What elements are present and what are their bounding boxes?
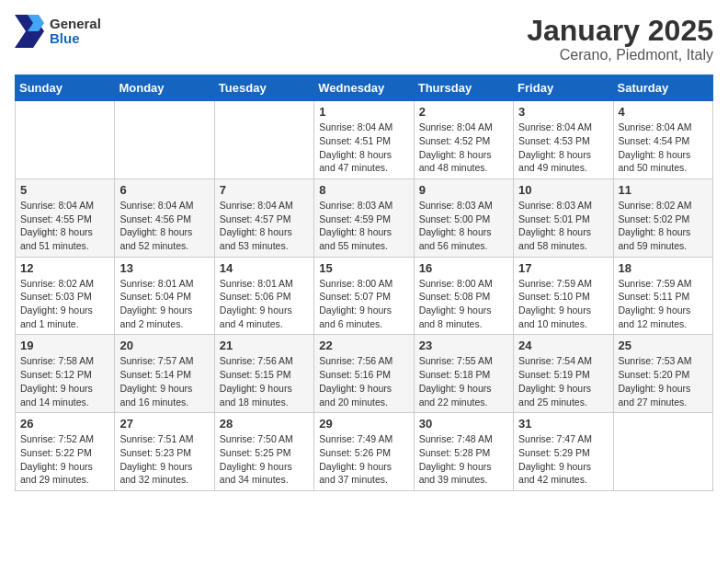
day-content: Sunrise: 7:57 AM Sunset: 5:14 PM Dayligh…	[119, 354, 209, 408]
day-content: Sunrise: 7:55 AM Sunset: 5:18 PM Dayligh…	[419, 354, 508, 408]
day-content: Sunrise: 7:52 AM Sunset: 5:22 PM Dayligh…	[20, 432, 109, 487]
calendar-cell: 15Sunrise: 8:00 AM Sunset: 5:07 PM Dayli…	[314, 257, 414, 335]
weekday-header-wednesday: Wednesday	[314, 75, 414, 101]
calendar-cell	[613, 413, 712, 491]
calendar-cell: 13Sunrise: 8:01 AM Sunset: 5:04 PM Dayli…	[115, 257, 214, 335]
logo-text: General Blue	[50, 17, 101, 47]
day-number: 16	[419, 261, 508, 275]
day-number: 12	[20, 261, 109, 275]
calendar-subtitle: Cerano, Piedmont, Italy	[527, 47, 713, 63]
calendar-cell: 4Sunrise: 8:04 AM Sunset: 4:54 PM Daylig…	[613, 101, 712, 179]
day-content: Sunrise: 8:04 AM Sunset: 4:52 PM Dayligh…	[419, 121, 508, 175]
day-content: Sunrise: 8:00 AM Sunset: 5:07 PM Dayligh…	[319, 277, 408, 331]
day-number: 25	[619, 339, 708, 352]
calendar-cell: 12Sunrise: 8:02 AM Sunset: 5:03 PM Dayli…	[16, 257, 115, 335]
calendar-cell: 1Sunrise: 8:04 AM Sunset: 4:51 PM Daylig…	[314, 101, 414, 179]
day-content: Sunrise: 8:03 AM Sunset: 4:59 PM Dayligh…	[319, 199, 408, 253]
day-number: 20	[119, 339, 209, 352]
calendar-cell	[16, 101, 115, 179]
calendar-cell: 29Sunrise: 7:49 AM Sunset: 5:26 PM Dayli…	[314, 413, 414, 491]
day-number: 8	[319, 183, 408, 197]
title-block: January 2025 Cerano, Piedmont, Italy	[527, 15, 713, 63]
day-number: 31	[518, 417, 608, 431]
calendar-cell: 20Sunrise: 7:57 AM Sunset: 5:14 PM Dayli…	[115, 335, 214, 413]
day-content: Sunrise: 7:53 AM Sunset: 5:20 PM Dayligh…	[619, 354, 708, 408]
day-content: Sunrise: 7:59 AM Sunset: 5:10 PM Dayligh…	[518, 277, 608, 331]
day-number: 19	[20, 339, 109, 352]
calendar-cell: 28Sunrise: 7:50 AM Sunset: 5:25 PM Dayli…	[214, 413, 313, 491]
calendar-cell: 17Sunrise: 7:59 AM Sunset: 5:10 PM Dayli…	[514, 257, 613, 335]
weekday-header-thursday: Thursday	[414, 75, 513, 101]
calendar-cell: 21Sunrise: 7:56 AM Sunset: 5:15 PM Dayli…	[214, 335, 313, 413]
calendar-cell: 14Sunrise: 8:01 AM Sunset: 5:06 PM Dayli…	[214, 257, 313, 335]
day-number: 26	[20, 417, 109, 431]
logo-icon	[15, 15, 44, 48]
day-content: Sunrise: 7:59 AM Sunset: 5:11 PM Dayligh…	[619, 277, 708, 331]
day-content: Sunrise: 7:47 AM Sunset: 5:29 PM Dayligh…	[518, 432, 608, 487]
day-content: Sunrise: 8:01 AM Sunset: 5:04 PM Dayligh…	[119, 277, 209, 331]
calendar-cell: 3Sunrise: 8:04 AM Sunset: 4:53 PM Daylig…	[514, 101, 613, 179]
calendar-cell: 2Sunrise: 8:04 AM Sunset: 4:52 PM Daylig…	[414, 101, 513, 179]
calendar-cell: 6Sunrise: 8:04 AM Sunset: 4:56 PM Daylig…	[115, 178, 214, 257]
day-number: 28	[220, 417, 309, 431]
day-content: Sunrise: 8:04 AM Sunset: 4:54 PM Dayligh…	[619, 121, 708, 175]
calendar-cell: 16Sunrise: 8:00 AM Sunset: 5:08 PM Dayli…	[414, 257, 513, 335]
calendar-cell: 24Sunrise: 7:54 AM Sunset: 5:19 PM Dayli…	[514, 335, 613, 413]
calendar-cell: 23Sunrise: 7:55 AM Sunset: 5:18 PM Dayli…	[414, 335, 513, 413]
calendar-week-row: 5Sunrise: 8:04 AM Sunset: 4:55 PM Daylig…	[16, 178, 713, 257]
day-number: 5	[20, 183, 109, 197]
calendar-header-row: SundayMondayTuesdayWednesdayThursdayFrid…	[16, 75, 713, 101]
calendar-cell: 19Sunrise: 7:58 AM Sunset: 5:12 PM Dayli…	[16, 335, 115, 413]
day-number: 9	[419, 183, 508, 197]
day-content: Sunrise: 8:04 AM Sunset: 4:53 PM Dayligh…	[518, 121, 608, 175]
day-content: Sunrise: 8:04 AM Sunset: 4:57 PM Dayligh…	[220, 199, 309, 253]
day-number: 4	[619, 105, 708, 119]
day-number: 15	[319, 261, 408, 275]
day-content: Sunrise: 7:51 AM Sunset: 5:23 PM Dayligh…	[119, 432, 209, 487]
day-content: Sunrise: 7:56 AM Sunset: 5:16 PM Dayligh…	[319, 354, 408, 408]
calendar-cell: 9Sunrise: 8:03 AM Sunset: 5:00 PM Daylig…	[414, 178, 513, 257]
day-content: Sunrise: 8:02 AM Sunset: 5:02 PM Dayligh…	[619, 199, 708, 253]
calendar-title: January 2025	[527, 15, 713, 47]
day-content: Sunrise: 8:00 AM Sunset: 5:08 PM Dayligh…	[419, 277, 508, 331]
logo-blue: Blue	[50, 31, 101, 47]
calendar-cell	[214, 101, 313, 179]
day-number: 17	[518, 261, 608, 275]
calendar-cell: 11Sunrise: 8:02 AM Sunset: 5:02 PM Dayli…	[613, 178, 712, 257]
day-number: 18	[619, 261, 708, 275]
day-number: 21	[220, 339, 309, 352]
calendar-cell: 7Sunrise: 8:04 AM Sunset: 4:57 PM Daylig…	[214, 178, 313, 257]
day-number: 27	[119, 417, 209, 431]
calendar-cell	[115, 101, 214, 179]
day-content: Sunrise: 8:03 AM Sunset: 5:01 PM Dayligh…	[518, 199, 608, 253]
weekday-header-tuesday: Tuesday	[214, 75, 313, 101]
calendar-table: SundayMondayTuesdayWednesdayThursdayFrid…	[15, 75, 713, 491]
day-number: 13	[119, 261, 209, 275]
day-content: Sunrise: 8:04 AM Sunset: 4:56 PM Dayligh…	[119, 199, 209, 253]
day-number: 3	[518, 105, 608, 119]
day-content: Sunrise: 7:56 AM Sunset: 5:15 PM Dayligh…	[220, 354, 309, 408]
calendar-cell: 8Sunrise: 8:03 AM Sunset: 4:59 PM Daylig…	[314, 178, 414, 257]
calendar-cell: 27Sunrise: 7:51 AM Sunset: 5:23 PM Dayli…	[115, 413, 214, 491]
day-content: Sunrise: 7:58 AM Sunset: 5:12 PM Dayligh…	[20, 354, 109, 408]
day-number: 2	[419, 105, 508, 119]
weekday-header-friday: Friday	[514, 75, 613, 101]
calendar-week-row: 12Sunrise: 8:02 AM Sunset: 5:03 PM Dayli…	[16, 257, 713, 335]
calendar-cell: 26Sunrise: 7:52 AM Sunset: 5:22 PM Dayli…	[16, 413, 115, 491]
day-number: 24	[518, 339, 608, 352]
day-number: 7	[220, 183, 309, 197]
logo: General Blue	[15, 15, 101, 48]
day-number: 30	[419, 417, 508, 431]
calendar-week-row: 1Sunrise: 8:04 AM Sunset: 4:51 PM Daylig…	[16, 101, 713, 179]
day-number: 6	[119, 183, 209, 197]
day-number: 23	[419, 339, 508, 352]
day-number: 29	[319, 417, 408, 431]
day-content: Sunrise: 7:50 AM Sunset: 5:25 PM Dayligh…	[220, 432, 309, 487]
logo-container: General Blue	[15, 15, 101, 48]
calendar-week-row: 26Sunrise: 7:52 AM Sunset: 5:22 PM Dayli…	[16, 413, 713, 491]
logo-general: General	[50, 17, 101, 32]
weekday-header-monday: Monday	[115, 75, 214, 101]
calendar-cell: 18Sunrise: 7:59 AM Sunset: 5:11 PM Dayli…	[613, 257, 712, 335]
calendar-cell: 22Sunrise: 7:56 AM Sunset: 5:16 PM Dayli…	[314, 335, 414, 413]
day-content: Sunrise: 8:04 AM Sunset: 4:55 PM Dayligh…	[20, 199, 109, 253]
